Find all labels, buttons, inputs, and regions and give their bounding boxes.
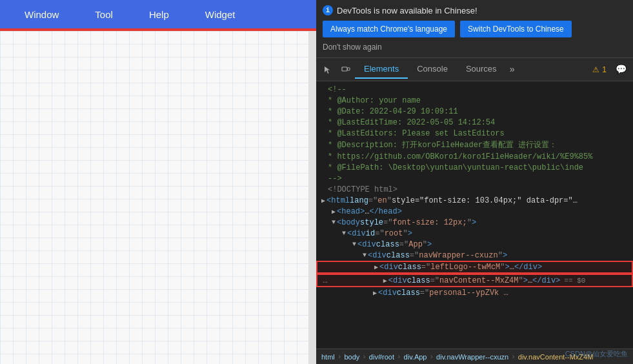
- code-line-author: * @Author: your name: [316, 95, 633, 106]
- div-app-toggle[interactable]: [352, 241, 356, 248]
- code-line-comment-open: <!--: [316, 84, 633, 95]
- code-line-html[interactable]: <html lang="en" style="font-size: 103.04…: [316, 195, 633, 206]
- tab-console[interactable]: Console: [408, 60, 457, 79]
- code-line-filepath: * @FilePath: \Desktop\yuntuan\yuntuan-re…: [316, 162, 633, 173]
- head-toggle[interactable]: [332, 208, 336, 216]
- scrollbar[interactable]: [308, 31, 316, 364]
- code-line-div-root[interactable]: <div id="root">: [316, 228, 633, 239]
- code-line-lasteditors: * @LastEditors: Please set LastEditors: [316, 128, 633, 139]
- body-toggle[interactable]: [332, 219, 336, 226]
- code-line-description: * @Description: 打开koroFileHeader查看配置 进行设…: [316, 139, 633, 151]
- notification-text: DevTools is now available in Chinese!: [337, 6, 477, 15]
- info-icon: i: [323, 5, 333, 15]
- warning-count: 1: [602, 65, 607, 74]
- svg-rect-1: [348, 68, 350, 70]
- div-nav-toggle[interactable]: [363, 252, 367, 259]
- warning-icon: ⚠: [592, 65, 599, 74]
- code-area: <!-- * @Author: your name * @Date: 2022-…: [316, 81, 633, 349]
- code-line-date: * @Date: 2022-04-29 10:09:11: [316, 106, 633, 117]
- switch-chinese-button[interactable]: Switch DevTools to Chinese: [460, 21, 572, 37]
- code-line-div-leftlogo[interactable]: <div class="leftLogo--twMcM">…</div>: [316, 261, 633, 274]
- code-line-github: * https://github.com/OBKoro1/koro1FileHe…: [316, 151, 633, 162]
- code-line-div-navcontent[interactable]: … <div class="navContent--MxZ4M">…</div>…: [316, 274, 633, 287]
- code-line-div-app[interactable]: <div class="App">: [316, 239, 633, 250]
- html-toggle[interactable]: [321, 197, 325, 205]
- app-content-area: [0, 31, 316, 364]
- breadcrumb-app[interactable]: div.App: [404, 353, 427, 361]
- breadcrumb-html[interactable]: html: [321, 353, 335, 361]
- svg-rect-0: [342, 67, 347, 71]
- breadcrumb-navwrapper[interactable]: div.navWrapper--cxuzn: [436, 353, 508, 361]
- code-line-div-nav[interactable]: <div class="navWrapper--cxuzn">: [316, 250, 633, 261]
- code-line-lastedit: * @LastEditTime: 2022-05-05 14:12:54: [316, 117, 633, 128]
- device-tab-icon[interactable]: [337, 61, 355, 79]
- notification-bar: i DevTools is now available in Chinese! …: [316, 0, 633, 58]
- match-language-button[interactable]: Always match Chrome's language: [323, 21, 455, 37]
- code-line-body[interactable]: <body style="font-size: 12px;">: [316, 217, 633, 228]
- code-line-div-personal[interactable]: <div class="personal--ypZVk …: [316, 287, 633, 298]
- cursor-tab-icon[interactable]: [319, 61, 337, 79]
- dont-show-link[interactable]: Don't show again: [323, 43, 382, 52]
- warning-badge[interactable]: ⚠ 1: [587, 65, 612, 74]
- menu-widget[interactable]: Widget: [187, 4, 254, 25]
- devtools-tabs: Elements Console Sources » ⚠ 1 💬: [316, 58, 633, 81]
- div-leftlogo-toggle[interactable]: [374, 263, 378, 271]
- watermark: CSDN@仙女爱吃鱼: [565, 349, 628, 359]
- menu-window[interactable]: Window: [6, 4, 77, 25]
- menu-tool[interactable]: Tool: [77, 4, 131, 25]
- menu-help[interactable]: Help: [131, 4, 187, 25]
- notification-buttons: Always match Chrome's language Switch De…: [323, 21, 627, 37]
- tab-elements[interactable]: Elements: [355, 60, 408, 79]
- message-icon[interactable]: 💬: [612, 64, 630, 75]
- menu-bar: Window Tool Help Widget: [0, 0, 316, 28]
- div-navcontent-toggle[interactable]: [383, 277, 387, 285]
- notification-header: i DevTools is now available in Chinese!: [323, 5, 627, 15]
- devtools-panel: i DevTools is now available in Chinese! …: [316, 0, 633, 364]
- div-personal-toggle[interactable]: [373, 289, 377, 297]
- line-dots: …: [323, 276, 328, 285]
- breadcrumb-divroot[interactable]: div#root: [369, 353, 394, 361]
- code-line-doctype: <!DOCTYPE html>: [316, 184, 633, 195]
- code-line-comment-close: -->: [316, 173, 633, 184]
- breadcrumb-body[interactable]: body: [344, 353, 359, 361]
- tab-sources[interactable]: Sources: [457, 60, 506, 79]
- equals-sign: == $0: [564, 277, 585, 285]
- code-line-head[interactable]: <head>…</head>: [316, 206, 633, 217]
- app-window: Window Tool Help Widget: [0, 0, 316, 364]
- div-root-toggle[interactable]: [342, 230, 346, 237]
- more-tabs-button[interactable]: »: [506, 62, 519, 77]
